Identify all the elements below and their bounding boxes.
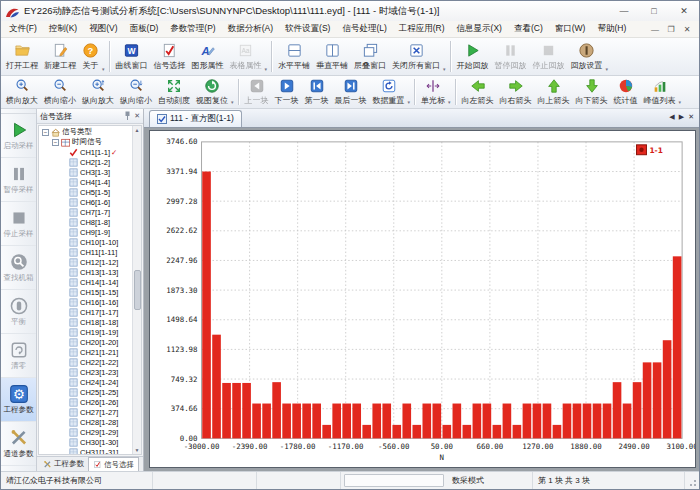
scroll-down-icon[interactable]: ▼ <box>135 447 140 453</box>
tree-item-ch71-7[interactable]: CH7[1-7] <box>39 207 132 217</box>
sidebar-tab-信号选择[interactable]: 信号选择 <box>88 457 139 471</box>
menu-item-5[interactable]: 参数管理(P) <box>164 22 221 36</box>
scroll-up-icon[interactable]: ▲ <box>135 127 140 133</box>
工程参数-button[interactable]: ⚙工程参数 <box>1 378 36 422</box>
数据重置-button[interactable]: 数据重置 <box>370 77 408 107</box>
tree-item-ch171-17[interactable]: CH17[1-17] <box>39 307 132 317</box>
menu-item-6[interactable]: 数据分析(A) <box>222 22 279 36</box>
sidebar-tab-工程参数[interactable]: 工程参数 <box>39 457 88 471</box>
close-panel-icon[interactable]: ✕ <box>134 112 140 120</box>
图形属性-button[interactable]: A图形属性 <box>189 39 227 74</box>
tree-scrollbar[interactable]: ▲ ▼ <box>132 126 141 454</box>
pin-icon[interactable] <box>124 111 131 121</box>
tree-item-ch41-4[interactable]: CH4[1-4] <box>39 177 132 187</box>
tree-item-signal-type[interactable]: −信号类型 <box>39 127 132 137</box>
关闭所有窗口-button[interactable]: 关闭所有窗口 <box>389 39 443 74</box>
menu-item-9[interactable]: 工程应用(R) <box>393 22 451 36</box>
tree-item-ch311-31[interactable]: CH31[1-31] <box>39 447 132 454</box>
tree-item-ch181-18[interactable]: CH18[1-18] <box>39 317 132 327</box>
mdi-restore-button[interactable]: ❐ <box>665 25 677 34</box>
纵向放大-button[interactable]: 纵向放大 <box>79 77 117 107</box>
向右箭头-button[interactable]: 向右箭头 <box>497 77 535 107</box>
toolbar-overflow-icon[interactable]: ▾ <box>679 99 683 107</box>
tree-item-ch101-10[interactable]: CH10[1-10] <box>39 237 132 247</box>
水平平铺-button[interactable]: 水平平铺 <box>275 39 313 74</box>
mdi-minimize-button[interactable]: — <box>649 25 661 34</box>
toolbar-overflow-icon[interactable]: ▾ <box>231 99 235 107</box>
mdi-close-button[interactable]: ✕ <box>681 25 693 34</box>
向上箭头-button[interactable]: 向上箭头 <box>535 77 573 107</box>
tree-item-ch191-19[interactable]: CH19[1-19] <box>39 327 132 337</box>
tree-item-ch131-13[interactable]: CH13[1-13] <box>39 267 132 277</box>
曲线窗口-button[interactable]: W曲线窗口 <box>113 39 151 74</box>
tree-expand-icon[interactable]: − <box>42 129 49 136</box>
横向放大-button[interactable]: 横向放大 <box>3 77 41 107</box>
minimize-button[interactable]: — <box>609 1 639 21</box>
关于-button[interactable]: ?关于 <box>79 39 102 74</box>
层叠窗口-button[interactable]: 层叠窗口 <box>351 39 389 74</box>
第一块-button[interactable]: 第一块 <box>302 77 332 107</box>
menu-item-8[interactable]: 信号处理(L) <box>336 22 392 36</box>
tree-item-ch31-3[interactable]: CH3[1-3] <box>39 167 132 177</box>
tree-item-ch91-9[interactable]: CH9[1-9] <box>39 227 132 237</box>
统计值-button[interactable]: 统计值 <box>611 77 641 107</box>
自动刻度-button[interactable]: 自动刻度 <box>155 77 193 107</box>
开始回放-button[interactable]: 开始回放 <box>454 39 492 74</box>
横向缩小-button[interactable]: 横向缩小 <box>41 77 79 107</box>
tree-item-ch271-27[interactable]: CH27[1-27] <box>39 407 132 417</box>
垂直平铺-button[interactable]: 垂直平铺 <box>313 39 351 74</box>
toolbar-overflow-icon[interactable]: ▾ <box>408 99 412 107</box>
toolbar-overflow-icon[interactable]: ▾ <box>606 66 610 74</box>
tree-item-ch61-6[interactable]: CH6[1-6] <box>39 197 132 207</box>
resize-grip[interactable] <box>685 472 699 489</box>
tree-item-time-signal[interactable]: −时间信号 <box>39 137 132 147</box>
toolbar-overflow-icon[interactable]: ▾ <box>102 66 106 74</box>
tree-item-ch21-2[interactable]: CH2[1-2] <box>39 157 132 167</box>
tab-scroll-left-icon[interactable]: ◀ <box>669 113 674 121</box>
回放设置-button[interactable]: 回放设置 <box>568 39 606 74</box>
tree-item-ch251-25[interactable]: CH25[1-25] <box>39 387 132 397</box>
tree-item-ch161-16[interactable]: CH16[1-16] <box>39 297 132 307</box>
document-tab[interactable]: 111 - 直方图(1-1) <box>149 110 242 127</box>
histogram-chart[interactable]: 0.00374.66749.321123.981498.641873.30224… <box>149 130 696 468</box>
打开工程-button[interactable]: 打开工程 <box>3 39 41 74</box>
menu-item-3[interactable]: 视图(V) <box>83 22 123 36</box>
tree-item-ch81-8[interactable]: CH8[1-8] <box>39 217 132 227</box>
tree-item-ch121-12[interactable]: CH12[1-12] <box>39 257 132 267</box>
tree-item-ch151-15[interactable]: CH15[1-15] <box>39 287 132 297</box>
tree-item-ch51-5[interactable]: CH5[1-5] <box>39 187 132 197</box>
tab-scroll-right-icon[interactable]: ▶ <box>679 113 684 121</box>
tree-item-ch301-30[interactable]: CH30[1-30] <box>39 437 132 447</box>
menu-item-12[interactable]: 窗口(W) <box>549 22 592 36</box>
纵向缩小-button[interactable]: 纵向缩小 <box>117 77 155 107</box>
tree-item-ch291-29[interactable]: CH29[1-29] <box>39 427 132 437</box>
峰值列表-button[interactable]: 峰值列表 <box>641 77 679 107</box>
menu-item-10[interactable]: 信息显示(X) <box>451 22 508 36</box>
视图复位-button[interactable]: 视图复位 <box>193 77 231 107</box>
向下箭头-button[interactable]: 向下箭头 <box>573 77 611 107</box>
tree-item-ch221-22[interactable]: CH22[1-22] <box>39 357 132 367</box>
scroll-thumb[interactable] <box>134 270 141 310</box>
tree-item-ch141-14[interactable]: CH14[1-14] <box>39 277 132 287</box>
close-button[interactable]: ✕ <box>669 1 699 21</box>
tree-item-ch281-28[interactable]: CH28[1-28] <box>39 417 132 427</box>
tree-item-ch201-20[interactable]: CH20[1-20] <box>39 337 132 347</box>
tree-item-ch231-23[interactable]: CH23[1-23] <box>39 367 132 377</box>
新建工程-button[interactable]: 新建工程 <box>41 39 79 74</box>
单光标-button[interactable]: 单光标 <box>418 77 448 107</box>
menu-item-4[interactable]: 面板(D) <box>124 22 165 36</box>
maximize-button[interactable]: □ <box>639 1 669 21</box>
tree-item-ch111-11[interactable]: CH11[1-11] <box>39 247 132 257</box>
toolbar-overflow-icon[interactable]: ▾ <box>443 66 447 74</box>
tree-item-ch11-1[interactable]: CH1[1-1]✓ <box>39 147 132 157</box>
menu-item-7[interactable]: 软件设置(S) <box>279 22 336 36</box>
toolbar-overflow-icon[interactable]: ▾ <box>265 66 269 74</box>
向左箭头-button[interactable]: 向左箭头 <box>459 77 497 107</box>
下一块-button[interactable]: 下一块 <box>272 77 302 107</box>
tree-item-ch241-24[interactable]: CH24[1-24] <box>39 377 132 387</box>
tree-item-ch211-21[interactable]: CH21[1-21] <box>39 347 132 357</box>
tree-item-ch261-26[interactable]: CH26[1-26] <box>39 397 132 407</box>
通道参数-button[interactable]: 通道参数 <box>1 422 36 466</box>
tab-close-icon[interactable]: ✕ <box>688 113 694 121</box>
menu-item-13[interactable]: 帮助(H) <box>591 22 632 36</box>
